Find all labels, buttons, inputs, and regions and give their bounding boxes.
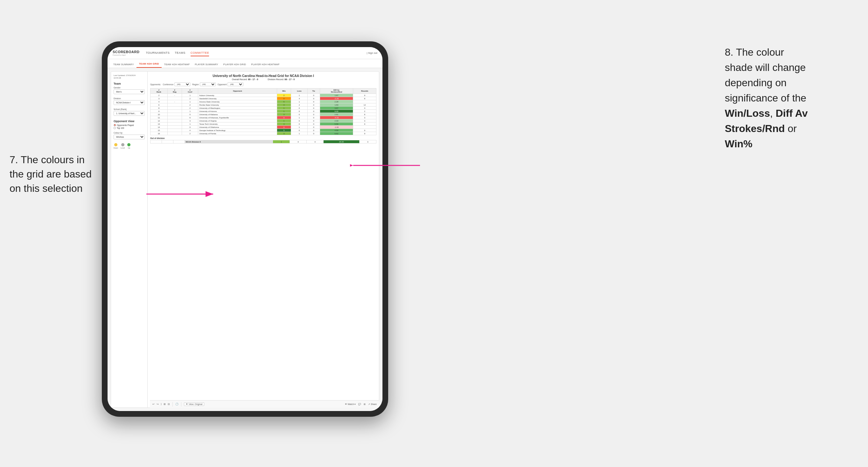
cell-rounds: 3: [353, 116, 376, 119]
watch-chevron: ▾: [354, 403, 356, 406]
cell-loss: 0: [291, 106, 308, 110]
cell-tie: 0: [308, 97, 320, 100]
paste-icon[interactable]: ⊟: [168, 403, 170, 406]
cell-loss: 0: [291, 110, 308, 113]
table-row: 3 2 Vanderbilt University 0 4 0 -2.29 8: [151, 97, 376, 100]
annotation-left: 7. The colours in the grid are based on …: [9, 153, 99, 195]
cell-diff-av: -2.29: [320, 97, 353, 100]
cell-opponent: University of Arkansas, Fayetteville: [198, 116, 277, 119]
main-content: Last Updated: 27/03/2024 16:55:38 Team G…: [107, 68, 382, 411]
legend-dot-level: [121, 143, 124, 146]
cell-opponent: University of Arizona: [198, 110, 277, 113]
grid-records: Overall Record: 89 - 17 - 0 Division Rec…: [150, 78, 376, 81]
cell-diff-av: 1.83: [320, 103, 353, 106]
cell-tie: 0: [308, 103, 320, 106]
grid-title: University of North Carolina Head-to-Hea…: [150, 74, 376, 77]
ipad-screen: SCOREBOARD Powered by clippd TOURNAMENTS…: [107, 47, 382, 411]
legend-label-level: Level: [121, 147, 125, 149]
cell-tie: 0: [308, 119, 320, 122]
last-updated: Last Updated: 27/03/2024 16:55:38: [114, 74, 145, 80]
col-rounds: Rounds: [353, 88, 376, 94]
cell-tie: 0: [308, 116, 320, 119]
undo-icon[interactable]: ↩: [152, 403, 155, 406]
cell-win: 2: [277, 94, 291, 97]
watch-action[interactable]: 👁 Watch ▾: [345, 403, 356, 406]
division-label: Division: [114, 97, 145, 100]
cell-rounds: 12: [353, 103, 376, 106]
sub-nav-team-h2h-grid[interactable]: TEAM H2H GRID: [136, 60, 162, 68]
cell-loss: 1: [291, 94, 308, 97]
cell-rounds: 9: [353, 132, 376, 135]
cell-conf: 1: [182, 110, 198, 113]
cell-win: 5: [277, 100, 291, 103]
cell-conf: 2: [182, 97, 198, 100]
sub-nav: TEAM SUMMARY TEAM H2H GRID TEAM H2H HEAT…: [107, 59, 382, 68]
gender-select[interactable]: Men's: [114, 89, 145, 94]
cell-diff-av: 2.61: [320, 113, 353, 116]
cell-win: 3: [277, 113, 291, 116]
clock-icon[interactable]: 🕐: [175, 403, 179, 406]
left-panel: Last Updated: 27/03/2024 16:55:38 Team G…: [111, 71, 148, 407]
sub-nav-player-h2h-heatmap[interactable]: PLAYER H2H HEATMAP: [248, 61, 282, 68]
cell-opponent: Vanderbilt University: [198, 97, 277, 100]
cell-reg: [167, 126, 182, 129]
cell-diff-av: 4.50: [320, 129, 353, 132]
conference-filter-label: Conference: [163, 83, 174, 86]
division-select[interactable]: NCAA Division I: [114, 100, 145, 105]
opponent-filter-select[interactable]: (All): [227, 83, 243, 86]
copy-icon[interactable]: ⊞: [163, 403, 166, 406]
cell-od-loss: 0: [290, 140, 307, 144]
cell-od-opponent: NCAA Division II: [185, 140, 273, 144]
sign-out-link[interactable]: | Sign out: [367, 52, 377, 54]
cell-od-reg: [162, 140, 173, 144]
region-filter-select[interactable]: (All): [200, 83, 216, 86]
cell-conf: 2: [182, 103, 198, 106]
grid-icon[interactable]: ⊞: [364, 403, 366, 406]
redo-icon[interactable]: ↪: [157, 403, 159, 406]
cell-rank: 2: [151, 94, 168, 97]
share-action[interactable]: ↗ Share: [368, 403, 377, 406]
cell-reg: -: [167, 94, 182, 97]
cell-win: 3: [277, 132, 291, 135]
cell-diff-av: 3.67: [320, 106, 353, 110]
cell-reg: [167, 103, 182, 106]
cell-win: 5: [277, 129, 291, 132]
nav-teams[interactable]: TEAMS: [175, 50, 186, 56]
cell-conf: 5: [182, 113, 198, 116]
cell-tie: 0: [308, 100, 320, 103]
cell-win: 3: [277, 122, 291, 126]
view-original-button[interactable]: 👁 View: Original: [184, 402, 204, 406]
app-header: SCOREBOARD Powered by clippd TOURNAMENTS…: [107, 47, 382, 59]
school-select[interactable]: 1. University of Nort...: [114, 111, 145, 116]
nav-committee[interactable]: COMMITTEE: [191, 50, 209, 56]
sub-nav-player-h2h-grid[interactable]: PLAYER H2H GRID: [221, 61, 248, 68]
sub-nav-team-h2h-heatmap[interactable]: TEAM H2H HEATMAP: [162, 61, 192, 68]
opponent-filter-group: Opponent (All): [218, 83, 244, 86]
cell-diff-av: 6.62: [320, 132, 353, 135]
sub-nav-player-summary[interactable]: PLAYER SUMMARY: [192, 61, 221, 68]
nav-tournaments[interactable]: TOURNAMENTS: [146, 50, 169, 56]
cell-rank: 9: [151, 110, 168, 113]
table-row: 9 1 University of Arizona 1 0 0 9.00 2: [151, 110, 376, 113]
table-row: 14 0 University of Oklahoma 0 1 0 -1.00: [151, 126, 376, 129]
radio-opponents-played[interactable]: Opponents Played: [114, 124, 145, 126]
comment-icon[interactable]: 💬: [358, 403, 361, 406]
cell-opponent: Florida State University: [198, 103, 277, 106]
forward-icon[interactable]: ⟩: [161, 403, 162, 406]
cell-reg: [167, 106, 182, 110]
cell-loss: 2: [291, 103, 308, 106]
legend-level: Level: [121, 143, 125, 149]
conference-filter-select[interactable]: (All): [174, 83, 190, 86]
radio-top100[interactable]: Top 100: [114, 127, 145, 129]
cell-od-rank: [151, 140, 162, 144]
cell-loss: 4: [291, 97, 308, 100]
radio-circle-top100: [114, 127, 116, 129]
colour-by-select[interactable]: Win/loss: [114, 134, 145, 139]
cell-loss: 0: [291, 113, 308, 116]
col-tie: Tie: [308, 88, 320, 94]
logo-sub: Powered by clippd: [113, 54, 140, 56]
sub-nav-team-summary[interactable]: TEAM SUMMARY: [111, 61, 136, 68]
cell-rank: 15: [151, 129, 168, 132]
color-legend: Down Level Up: [114, 143, 145, 149]
toolbar-divider-2: [181, 402, 181, 407]
